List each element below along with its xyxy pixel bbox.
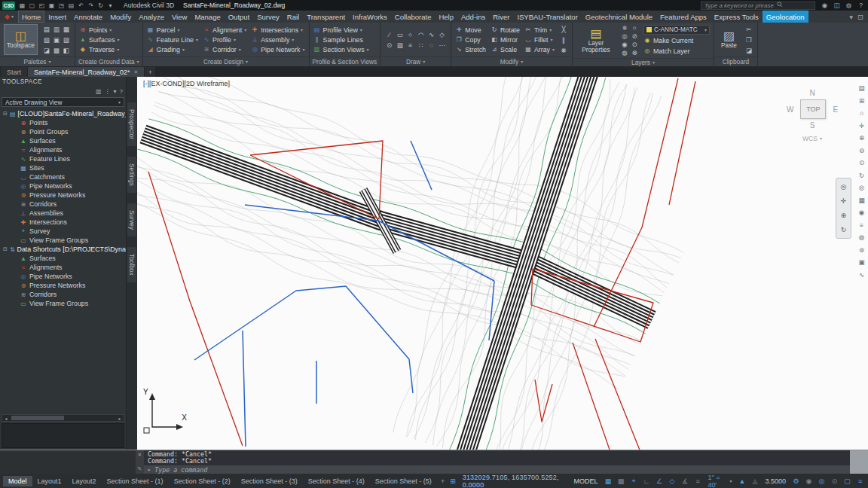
- close-command-icon[interactable]: ✕: [138, 452, 142, 458]
- intersections-button[interactable]: ✚Intersections▾: [251, 25, 304, 35]
- pipe-network-button[interactable]: ◎Pipe Network▾: [251, 44, 304, 54]
- command-input[interactable]: ▸ Type a command: [144, 465, 850, 474]
- polar-tracking-icon[interactable]: ∠: [655, 477, 665, 485]
- side-toolbar-icon[interactable]: ✛: [856, 122, 867, 130]
- side-toolbar-icon[interactable]: ≡: [856, 221, 867, 229]
- scrollbar-track[interactable]: [10, 415, 116, 421]
- grid-icon[interactable]: ▦: [604, 477, 613, 485]
- palette-tool-icon[interactable]: ◧: [62, 45, 71, 55]
- qat-dropdown-icon[interactable]: ▾: [105, 1, 115, 10]
- modify-tool-icon[interactable]: ∥: [559, 35, 568, 44]
- draw-tool-icon[interactable]: ∷: [416, 40, 426, 50]
- palette-tool-icon[interactable]: ▣: [52, 35, 61, 44]
- ribbon-tab-geotechnical-module[interactable]: Geotechnical Module: [582, 11, 656, 23]
- palette-tool-icon[interactable]: ▤: [42, 24, 51, 34]
- points-button[interactable]: ⊕Points▾: [79, 25, 120, 35]
- expander-icon[interactable]: ⊟: [3, 111, 8, 117]
- ribbon-tab-express-tools[interactable]: Express Tools: [711, 11, 763, 23]
- save-icon[interactable]: ▣: [47, 1, 57, 10]
- toolspace-tab-prospector[interactable]: Prospector: [127, 102, 136, 146]
- assembly-button[interactable]: ⊥Assembly▾: [251, 35, 304, 44]
- ribbon-tab-rail[interactable]: Rail: [283, 11, 303, 23]
- tree-item-view-frame-groups[interactable]: ▭View Frame Groups: [0, 236, 126, 245]
- panel-label-draw[interactable]: Draw▾: [381, 56, 451, 66]
- corridor-button[interactable]: ≋Corridor▾: [203, 44, 246, 54]
- scroll-left-icon[interactable]: ◂: [2, 416, 10, 421]
- layer-tool-icon[interactable]: ⊙: [630, 41, 639, 48]
- panel-label-profile-section-views[interactable]: Profile & Section Views: [310, 56, 381, 66]
- ribbon-tab-transparent[interactable]: Transparent: [303, 11, 349, 23]
- layout-tab-model[interactable]: Model: [3, 476, 32, 486]
- doc-tab-start[interactable]: Start: [1, 67, 27, 77]
- open-file-icon[interactable]: ◰: [37, 1, 47, 10]
- undo-icon[interactable]: ↶: [76, 1, 86, 10]
- scrollbar-thumb[interactable]: [11, 416, 64, 420]
- annotation-monitor-icon[interactable]: ◉: [804, 477, 814, 485]
- plot-icon[interactable]: ▤: [66, 1, 76, 10]
- scale-button[interactable]: ⊿Scale: [491, 44, 520, 54]
- panel-label-modify[interactable]: Modify▾: [451, 56, 572, 66]
- search-icon[interactable]: [777, 2, 783, 9]
- paste-button[interactable]: ▨Paste: [718, 24, 740, 55]
- layout-tab-layout2[interactable]: Layout2: [67, 476, 102, 486]
- side-toolbar-icon[interactable]: ◎: [856, 184, 867, 191]
- palette-tool-icon[interactable]: ◪: [42, 45, 51, 55]
- store-icon[interactable]: ◫: [832, 2, 842, 9]
- customize-command-icon[interactable]: ✎: [138, 466, 142, 472]
- layer-select[interactable]: C-ANNO-MATC▾: [643, 25, 710, 35]
- mirror-button[interactable]: ◧Mirror: [491, 35, 520, 44]
- wcs-menu[interactable]: WCS▾: [778, 135, 847, 142]
- pan-icon[interactable]: ✛: [841, 197, 847, 205]
- feature-line-button[interactable]: ∿Feature Line▾: [147, 35, 198, 44]
- profile-button[interactable]: ∿Profile▾: [203, 35, 246, 44]
- draw-tool-icon[interactable]: ≡: [405, 40, 415, 50]
- stretch-button[interactable]: ↘Stretch: [455, 44, 486, 54]
- tree-item-assemblies[interactable]: ⊥Assemblies: [0, 209, 126, 218]
- layout-tab-section-sheet-1[interactable]: Section Sheet - (1): [102, 476, 169, 486]
- isolate-objects-icon[interactable]: ◎: [817, 477, 827, 485]
- palette-tool-icon[interactable]: ▧: [42, 35, 51, 44]
- ribbon-tab-help[interactable]: Help: [435, 11, 457, 23]
- lineweight-icon[interactable]: ≡: [693, 477, 703, 485]
- ribbon-tab-featured-apps[interactable]: Featured Apps: [656, 11, 711, 23]
- viewcube-west[interactable]: W: [787, 105, 793, 114]
- tree-item-corridors[interactable]: ≋Corridors: [0, 290, 126, 299]
- layout-tab-layout1[interactable]: Layout1: [32, 476, 67, 486]
- profile-view-button[interactable]: ▤Profile View▾: [313, 25, 369, 35]
- new-drawing-tab-button[interactable]: +: [145, 67, 155, 77]
- ts-help-icon[interactable]: ?: [120, 88, 123, 95]
- tree-item-corridors[interactable]: ≋Corridors: [0, 200, 126, 209]
- parcel-button[interactable]: ▦Parcel▾: [147, 25, 198, 35]
- layout-tab-section-sheet-3[interactable]: Section Sheet - (3): [236, 476, 303, 486]
- toolspace-hscrollbar[interactable]: ◂ ▸: [2, 414, 124, 422]
- draw-tool-icon[interactable]: ⋯: [437, 40, 447, 50]
- grading-button[interactable]: ◢Grading▾: [147, 44, 198, 54]
- ribbon-tab-home[interactable]: Home: [18, 11, 44, 23]
- surfaces-button[interactable]: ▲Surfaces▾: [79, 35, 120, 44]
- side-toolbar-icon[interactable]: ∿: [856, 271, 867, 279]
- side-toolbar-icon[interactable]: ⊙: [856, 159, 867, 166]
- ribbon-tab-survey[interactable]: Survey: [253, 11, 283, 23]
- side-toolbar-icon[interactable]: ↻: [856, 172, 867, 179]
- signin-icon[interactable]: ◉: [820, 2, 830, 9]
- panel-label-palettes[interactable]: Palettes▾: [0, 56, 75, 66]
- tree-item-pipe-networks[interactable]: ◎Pipe Networks: [0, 272, 126, 281]
- refresh-icon[interactable]: ↻: [96, 1, 105, 10]
- zoom-icon[interactable]: ⊕: [841, 212, 847, 219]
- side-toolbar-icon[interactable]: ▤: [856, 84, 867, 92]
- side-toolbar-icon[interactable]: ⊞: [856, 97, 867, 105]
- side-toolbar-icon[interactable]: ◉: [856, 209, 867, 216]
- tree-item-view-frame-groups[interactable]: ▭View Frame Groups: [0, 299, 126, 308]
- app-logo[interactable]: C3D: [2, 2, 15, 10]
- object-track-icon[interactable]: ∡: [680, 477, 690, 485]
- palette-tool-icon[interactable]: ▦: [62, 24, 71, 34]
- scroll-right-icon[interactable]: ▸: [116, 416, 124, 421]
- side-toolbar-icon[interactable]: ▣: [856, 258, 867, 266]
- layout-tab-section-sheet-2[interactable]: Section Sheet - (2): [169, 476, 236, 486]
- dynamic-input-icon[interactable]: ⌖: [629, 477, 639, 485]
- draw-tool-icon[interactable]: ◌: [426, 40, 436, 50]
- match-layer-button[interactable]: ◎Match Layer: [643, 46, 710, 56]
- tree-item-pipe-networks[interactable]: ◎Pipe Networks: [0, 181, 126, 191]
- orbit-icon[interactable]: ↻: [841, 226, 847, 233]
- clipboard-tool-icon[interactable]: ✂: [744, 24, 753, 34]
